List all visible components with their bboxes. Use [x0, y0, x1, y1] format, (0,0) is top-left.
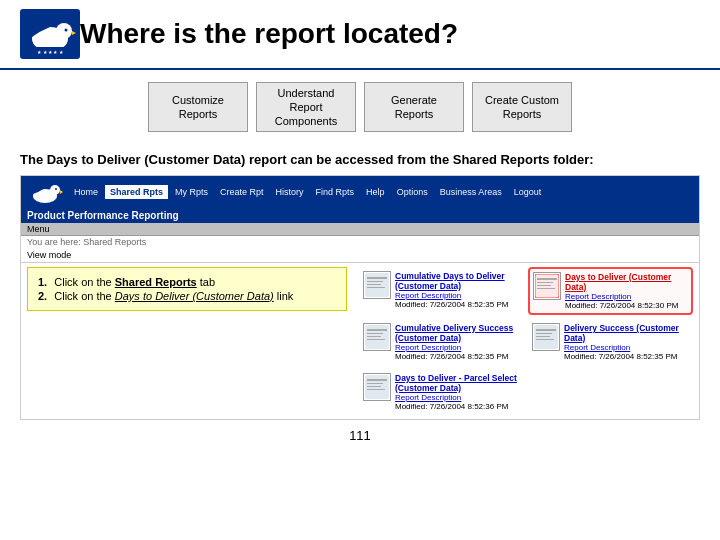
- inner-nav-logout[interactable]: Logout: [509, 185, 547, 199]
- inner-content-area: 1. Click on the Shared Reports tab 2. Cl…: [21, 263, 699, 419]
- page-number: 111: [0, 420, 720, 451]
- svg-point-2: [56, 23, 72, 39]
- svg-rect-14: [367, 281, 383, 282]
- inner-subheader: Product Performance Reporting: [21, 208, 699, 223]
- report-icon-2: [363, 323, 391, 351]
- svg-rect-35: [367, 386, 381, 387]
- svg-rect-29: [536, 333, 552, 334]
- svg-point-11: [55, 188, 57, 190]
- tab-customize[interactable]: Customize Reports: [148, 82, 248, 132]
- svg-rect-26: [367, 339, 385, 340]
- report-text-2: Cumulative Delivery Success (Customer Da…: [395, 323, 520, 361]
- report-title-delivery-success[interactable]: Delivery Success (Customer Data): [564, 323, 689, 343]
- inner-nav-shared-rpts[interactable]: Shared Rpts: [105, 185, 168, 199]
- svg-rect-34: [367, 383, 383, 384]
- svg-rect-23: [367, 329, 387, 331]
- inner-nav-options[interactable]: Options: [392, 185, 433, 199]
- inner-usps-logo: [25, 178, 65, 206]
- report-icon-4: [363, 373, 391, 401]
- inner-nav-home[interactable]: Home: [69, 185, 103, 199]
- report-title-cumulative-days[interactable]: Cumulative Days to Deliver (Customer Dat…: [395, 271, 520, 291]
- inner-screenshot: Home Shared Rpts My Rpts Create Rpt Hist…: [20, 175, 700, 420]
- inner-navigation: Home Shared Rpts My Rpts Create Rpt Hist…: [69, 185, 546, 199]
- inner-nav-history[interactable]: History: [271, 185, 309, 199]
- report-text: Cumulative Days to Deliver (Customer Dat…: [395, 271, 520, 309]
- instruction-2: 2. Click on the Days to Deliver (Custome…: [38, 290, 336, 302]
- report-icon-3: [532, 323, 560, 351]
- inner-nav-business-areas[interactable]: Business Areas: [435, 185, 507, 199]
- tab-understand[interactable]: UnderstandReportComponents: [256, 82, 356, 132]
- report-item-cumulative-days-top: Cumulative Days to Deliver (Customer Dat…: [359, 267, 524, 315]
- svg-rect-15: [367, 284, 381, 285]
- instruction-1: 1. Click on the Shared Reports tab: [38, 276, 336, 288]
- navigation-tabs: Customize Reports UnderstandReportCompon…: [0, 70, 720, 144]
- inner-breadcrumb: You are here: Shared Reports: [21, 236, 699, 248]
- svg-rect-13: [367, 277, 387, 279]
- tab-create-custom[interactable]: Create CustomReports: [472, 82, 572, 132]
- report-title-cumulative-delivery[interactable]: Cumulative Delivery Success (Customer Da…: [395, 323, 520, 343]
- report-grid: Cumulative Days to Deliver (Customer Dat…: [353, 263, 699, 419]
- svg-text:★ ★ ★ ★ ★: ★ ★ ★ ★ ★: [37, 49, 64, 55]
- report-text-4: Days to Deliver - Parcel Select (Custome…: [395, 373, 520, 411]
- inner-viewmode: View mode: [21, 248, 699, 263]
- report-item-delivery-success: Delivery Success (Customer Data) Report …: [528, 319, 693, 365]
- inner-nav-create-rpt[interactable]: Create Rpt: [215, 185, 269, 199]
- svg-rect-28: [536, 329, 556, 331]
- report-icon: [363, 271, 391, 299]
- report-title-days-parcel[interactable]: Days to Deliver - Parcel Select (Custome…: [395, 373, 520, 393]
- inner-nav-find-rpts[interactable]: Find Rpts: [311, 185, 360, 199]
- svg-point-4: [65, 29, 68, 32]
- report-item-days-parcel: Days to Deliver - Parcel Select (Custome…: [359, 369, 524, 415]
- report-item-days-deliver-customer: Days to Deliver (Customer Data) Report D…: [528, 267, 693, 315]
- svg-rect-19: [537, 282, 553, 283]
- svg-rect-20: [537, 285, 551, 286]
- svg-rect-24: [367, 333, 383, 334]
- report-desc-3[interactable]: Report Description: [564, 343, 689, 352]
- report-icon-highlighted: [533, 272, 561, 300]
- report-modified-3: Modified: 7/26/2004 8:52:35 PM: [564, 352, 689, 361]
- report-desc-4[interactable]: Report Description: [395, 393, 520, 402]
- report-title-days-deliver[interactable]: Days to Deliver (Customer Data): [565, 272, 688, 292]
- inner-menu: Menu: [21, 223, 699, 236]
- tab-generate[interactable]: GenerateReports: [364, 82, 464, 132]
- report-modified-4: Modified: 7/26/2004 8:52:36 PM: [395, 402, 520, 411]
- svg-rect-36: [367, 389, 385, 390]
- svg-rect-25: [367, 336, 381, 337]
- svg-rect-30: [536, 336, 550, 337]
- report-text-highlighted: Days to Deliver (Customer Data) Report D…: [565, 272, 688, 310]
- usps-logo: ★ ★ ★ ★ ★: [20, 9, 80, 59]
- svg-rect-21: [537, 288, 555, 289]
- page-header: ★ ★ ★ ★ ★ Where is the report located?: [0, 0, 720, 70]
- svg-rect-33: [367, 379, 387, 381]
- svg-rect-31: [536, 339, 554, 340]
- svg-rect-16: [367, 287, 385, 288]
- report-modified-highlighted: Modified: 7/26/2004 8:52:30 PM: [565, 301, 688, 310]
- page-title: Where is the report located?: [80, 18, 458, 50]
- description-text: The Days to Deliver (Customer Data) repo…: [0, 144, 720, 175]
- report-modified: Modified: 7/26/2004 8:52:35 PM: [395, 300, 520, 309]
- report-desc[interactable]: Report Description: [395, 291, 520, 300]
- report-modified-2: Modified: 7/26/2004 8:52:35 PM: [395, 352, 520, 361]
- inner-app-header: Home Shared Rpts My Rpts Create Rpt Hist…: [21, 176, 699, 208]
- report-desc-2[interactable]: Report Description: [395, 343, 520, 352]
- inner-nav-help[interactable]: Help: [361, 185, 390, 199]
- report-item-cumulative-delivery: Cumulative Delivery Success (Customer Da…: [359, 319, 524, 365]
- svg-point-9: [50, 185, 60, 195]
- report-desc-highlighted[interactable]: Report Description: [565, 292, 688, 301]
- inner-nav-my-rpts[interactable]: My Rpts: [170, 185, 213, 199]
- report-text-3: Delivery Success (Customer Data) Report …: [564, 323, 689, 361]
- instructions-box: 1. Click on the Shared Reports tab 2. Cl…: [27, 267, 347, 311]
- svg-rect-18: [537, 278, 557, 280]
